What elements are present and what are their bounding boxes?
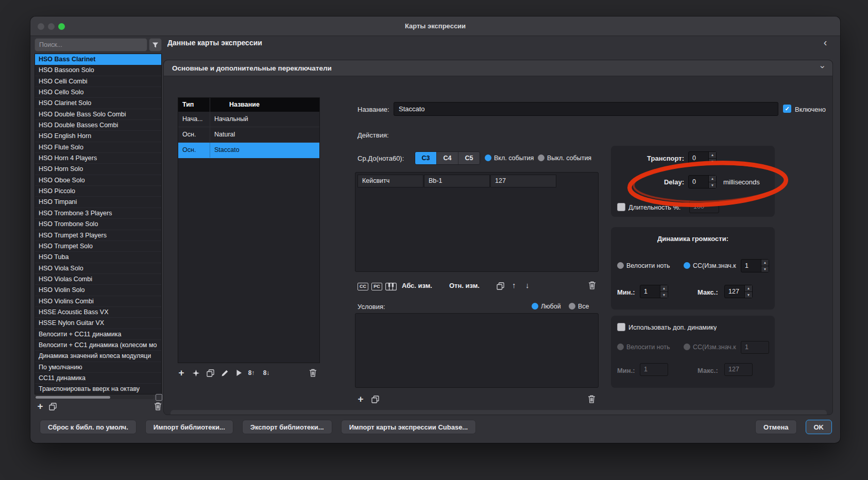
keyswitch-event-button[interactable] [385, 283, 397, 293]
collapse-panel-button[interactable]: ‹ [819, 36, 832, 49]
cc-number-spinner[interactable]: 1 ▲▼ [741, 259, 769, 272]
list-item[interactable]: HSO Trombone 3 Players [35, 208, 161, 219]
list-item[interactable]: Динамика значений колеса модуляци [35, 351, 161, 362]
pc-event-button[interactable]: PC [371, 283, 382, 290]
cancel-button[interactable]: Отмена [755, 420, 796, 434]
event-type-cell[interactable]: Кейсвитч [358, 175, 423, 187]
audition-slot-button[interactable] [233, 367, 245, 379]
length-checkbox[interactable] [617, 203, 625, 211]
root-key-c4[interactable]: C4 [436, 152, 458, 164]
max-stepper[interactable]: ▲▼ [744, 285, 752, 298]
list-item[interactable]: HSO Flute Solo [35, 142, 161, 153]
note-on-radio[interactable] [485, 155, 491, 161]
conditions-box[interactable] [355, 313, 599, 388]
duplicate-slot-button[interactable] [204, 367, 216, 379]
list-item[interactable]: HSO Trumpet 3 Players [35, 230, 161, 241]
slot-row[interactable]: Осн.Natural [178, 127, 319, 143]
delete-slot-button[interactable] [307, 367, 319, 379]
event-data1-cell[interactable]: Bb-1 [424, 175, 490, 187]
list-item[interactable]: HSO Viola Solo [35, 263, 161, 274]
section-header[interactable]: Основные и дополнительные переключатели … [164, 60, 832, 76]
delete-condition-button[interactable] [585, 393, 598, 405]
spin-down-icon[interactable]: ▼ [660, 292, 668, 298]
extra-velocity-radio[interactable] [617, 344, 624, 350]
list-item[interactable]: HSO Double Bass Solo Combi [35, 109, 161, 120]
output-events-box[interactable]: Кейсвитч Bb-1 127 [355, 172, 599, 272]
event-data2-cell[interactable]: 127 [490, 175, 556, 187]
list-item[interactable]: HSO Violins Combi [35, 296, 161, 307]
merge-slots-button[interactable] [190, 367, 202, 379]
list-item[interactable]: HSO Bass Clarinet [35, 54, 161, 65]
footer-button[interactable]: Экспорт библиотеки... [242, 420, 332, 434]
extra-cc-radio[interactable] [684, 344, 690, 350]
list-item[interactable]: Транспонировать вверх на октаву [35, 384, 161, 395]
spin-up-icon[interactable]: ▲ [745, 285, 752, 292]
footer-button[interactable]: Импорт библиотеки... [145, 420, 233, 434]
condition-all-radio[interactable] [569, 303, 575, 310]
list-item[interactable]: HSO Oboe Solo [35, 175, 161, 186]
list-item[interactable]: HSO Trumpet Solo [35, 241, 161, 252]
transport-stepper[interactable]: ▲▼ [708, 152, 716, 164]
titlebar[interactable]: Карты экспрессии [30, 16, 840, 36]
velocity-radio[interactable] [617, 262, 624, 269]
list-item[interactable]: HSO Violin Solo [35, 285, 161, 296]
edit-slot-button[interactable] [218, 367, 231, 379]
delete-event-button[interactable] [588, 281, 596, 292]
root-key-c3[interactable]: C3 [415, 152, 436, 164]
cc-number-stepper[interactable]: ▲▼ [761, 260, 769, 272]
list-item[interactable]: HSO Clarinet Solo [35, 98, 161, 109]
list-item[interactable]: HSO Horn Solo [35, 164, 161, 175]
list-item[interactable]: HSSE Acoustic Bass VX [35, 307, 161, 318]
add-slot-button[interactable]: + [175, 367, 188, 379]
cc-event-button[interactable]: CC [358, 283, 368, 290]
move-event-up-button[interactable]: ↑ [512, 281, 516, 289]
footer-button[interactable]: Импорт карты экспрессии Cubase... [341, 420, 476, 434]
root-key-c5[interactable]: C5 [458, 152, 480, 164]
list-item[interactable]: HSO English Horn [35, 131, 161, 142]
list-item[interactable]: HSO Violas Combi [35, 274, 161, 285]
relative-change-button[interactable]: Отн. изм. [449, 282, 480, 289]
list-item[interactable]: HSO Double Basses Combi [35, 120, 161, 131]
delete-map-button[interactable] [152, 401, 163, 412]
octave-up-button[interactable]: 8↑ [245, 367, 258, 379]
spin-up-icon[interactable]: ▲ [660, 285, 668, 292]
ok-button[interactable]: OK [806, 420, 832, 434]
slot-row[interactable]: Осн.Staccato [178, 143, 319, 158]
octave-down-button[interactable]: 8↓ [260, 367, 273, 379]
spin-down-icon[interactable]: ▼ [709, 159, 716, 165]
absolute-change-button[interactable]: Абс. изм. [402, 282, 432, 289]
spin-down-icon[interactable]: ▼ [745, 292, 752, 298]
add-condition-button[interactable]: + [354, 393, 367, 405]
spin-up-icon[interactable]: ▲ [709, 152, 716, 159]
max-spinner[interactable]: 127 ▲▼ [724, 285, 753, 298]
min-spinner[interactable]: 1 ▲▼ [640, 285, 668, 298]
duplicate-map-button[interactable] [47, 401, 58, 412]
list-item[interactable]: HSO Bassoon Solo [35, 65, 161, 76]
slot-row[interactable]: Нача...Начальный [178, 112, 319, 127]
spin-up-icon[interactable]: ▲ [761, 260, 769, 266]
condition-any-radio[interactable] [532, 303, 538, 310]
cc-radio[interactable] [684, 262, 690, 269]
list-item[interactable]: HSO Celli Combi [35, 76, 161, 87]
enabled-checkbox[interactable]: ✓ [783, 105, 791, 113]
list-item[interactable]: По умолчанию [35, 362, 161, 373]
list-item[interactable]: Велосити + CC11 динамика [35, 329, 161, 340]
list-item[interactable]: HSO Tuba [35, 252, 161, 263]
spin-up-icon[interactable]: ▲ [709, 176, 716, 182]
scrollbar-thumb[interactable] [36, 396, 110, 399]
delay-spinner[interactable]: 0 ▲▼ [688, 175, 717, 188]
duplicate-event-button[interactable] [497, 282, 504, 292]
list-item[interactable]: Велосити + CC1 динамика (колесом мо [35, 340, 161, 351]
name-input[interactable]: Staccato [394, 102, 778, 116]
spin-down-icon[interactable]: ▼ [761, 266, 769, 272]
list-item[interactable]: HSO Piccolo [35, 186, 161, 197]
add-map-button[interactable]: + [35, 401, 46, 412]
duplicate-condition-button[interactable] [369, 393, 381, 405]
list-item[interactable]: HSO Horn 4 Players [35, 153, 161, 164]
search-input[interactable] [35, 38, 147, 52]
min-stepper[interactable]: ▲▼ [660, 285, 668, 298]
note-off-radio[interactable] [538, 155, 544, 161]
delay-stepper[interactable]: ▲▼ [708, 176, 716, 188]
move-event-down-button[interactable]: ↓ [525, 281, 530, 289]
next-section-header[interactable] [171, 410, 827, 415]
